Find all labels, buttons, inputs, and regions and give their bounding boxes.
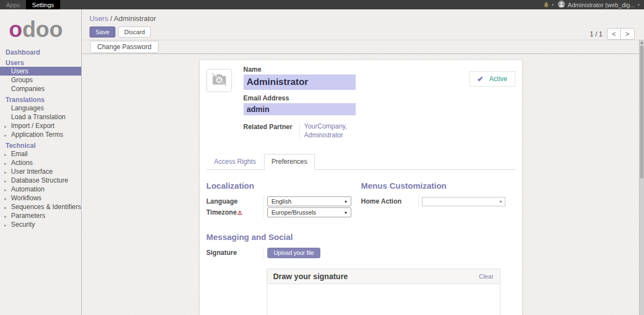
expand-arrow-icon: ▸ <box>4 186 7 194</box>
pager-previous-button[interactable]: < <box>607 28 621 40</box>
sidebar-item-companies[interactable]: Companies <box>0 84 81 93</box>
sidebar-item-user-interface[interactable]: ▸User Interface <box>0 167 81 176</box>
dropdown-arrow-icon: ▼ <box>344 211 348 215</box>
user-image-upload[interactable] <box>207 69 232 92</box>
bug-icon <box>543 1 550 9</box>
sidebar-item-security[interactable]: ▸Security <box>0 220 81 229</box>
checkmark-icon: ✔ <box>477 75 484 83</box>
sidebar-item-label: Import / Export <box>11 122 55 130</box>
expand-arrow-icon: ▸ <box>4 195 7 203</box>
signature-label: Signature <box>207 247 263 258</box>
language-value: English <box>272 198 292 205</box>
timezone-select[interactable]: Europe/Brussels ▼ <box>267 207 351 217</box>
dropdown-arrow-icon: ▼ <box>344 200 348 204</box>
breadcrumb-current: Administrator <box>114 14 156 23</box>
sidebar-item-load-a-translation[interactable]: Load a Translation <box>0 113 81 121</box>
sidebar-item-automation[interactable]: ▸Automation <box>0 185 81 194</box>
expand-arrow-icon: ▸ <box>4 213 7 221</box>
sidebar-item-label: Users <box>11 67 28 75</box>
vertical-scrollbar[interactable]: ▲ <box>639 40 644 315</box>
language-label: Language <box>207 197 263 205</box>
menus-customization-group: Menus Customization Home Action ▾ <box>361 181 515 218</box>
discard-button[interactable]: Discard <box>118 26 151 38</box>
sidebar-item-actions[interactable]: ▸Actions <box>0 158 81 167</box>
language-row: Language English ▼ <box>207 196 361 207</box>
sidebar-item-label: Email <box>11 150 28 158</box>
expand-arrow-icon: ▸ <box>4 204 7 212</box>
user-menu-label: Administrator (web_dig... <box>568 2 635 8</box>
save-button[interactable]: Save <box>89 26 115 38</box>
expand-arrow-icon: ▸ <box>4 178 7 185</box>
sidebar-item-label: Sequences & Identifiers <box>11 203 81 211</box>
sidebar-item-workflows[interactable]: ▸Workflows <box>0 194 81 202</box>
form-background: Name Email Address Related Partner YourC… <box>82 54 639 315</box>
sidebar-item-parameters[interactable]: ▸Parameters <box>0 211 81 220</box>
timezone-label: Timezone <box>207 209 237 216</box>
related-partner-link[interactable]: YourCompany, Administrator <box>299 122 355 140</box>
sidebar-header-technical[interactable]: Technical <box>0 142 81 150</box>
topbar-menu-apps[interactable]: Apps <box>0 0 26 9</box>
signature-canvas[interactable] <box>267 284 500 315</box>
signature-row: Signature Upload your file <box>207 247 515 258</box>
sidebar-item-groups[interactable]: Groups <box>0 76 81 84</box>
topbar-menu-settings[interactable]: Settings <box>26 0 60 9</box>
logo-letter: o <box>9 17 22 41</box>
tab-access-rights[interactable]: Access Rights <box>207 154 264 170</box>
active-checkbox[interactable]: ✔ Active <box>469 71 515 87</box>
pager-next-button[interactable]: > <box>621 28 635 40</box>
sidebar-header-users[interactable]: Users <box>0 60 81 67</box>
home-action-input[interactable]: ▾ <box>422 197 505 206</box>
sidebar-header-translations[interactable]: Translations <box>0 97 81 104</box>
odoo-logo[interactable]: odoo <box>0 9 81 47</box>
signature-pad-header: Draw your signature Clear <box>267 269 500 284</box>
preferences-groups: Localization Language English ▼ Timezone <box>207 181 515 218</box>
sidebar-item-users[interactable]: Users <box>0 67 81 76</box>
sidebar-item-label: Database Structure <box>11 177 68 184</box>
related-partner-label: Related Partner <box>244 122 299 140</box>
sidebar-item-languages[interactable]: Languages <box>0 104 81 113</box>
scroll-up-arrow-icon[interactable]: ▲ <box>640 40 644 45</box>
signature-clear-button[interactable]: Clear <box>479 273 493 280</box>
messaging-group: Messaging and Social Signature Upload yo… <box>207 232 515 315</box>
chevron-down-icon: ▾ <box>552 3 554 7</box>
tab-preferences[interactable]: Preferences <box>264 154 315 170</box>
name-input[interactable] <box>244 74 356 90</box>
sidebar-item-label: Automation <box>11 185 45 193</box>
debug-menu[interactable]: ▾ <box>543 1 554 9</box>
pager-value: 1 / 1 <box>590 30 603 38</box>
change-password-button[interactable]: Change Password <box>90 41 159 53</box>
expand-arrow-icon: ▸ <box>4 151 7 159</box>
sidebar-item-label: Parameters <box>11 212 45 220</box>
sidebar-item-application-terms[interactable]: ▸Application Terms <box>0 130 81 139</box>
language-select[interactable]: English ▼ <box>267 196 351 206</box>
active-label: Active <box>489 75 508 83</box>
upload-file-button[interactable]: Upload your file <box>267 248 321 258</box>
sidebar: odoo Dashboard Users Users Groups Compan… <box>0 9 82 315</box>
sidebar-item-email[interactable]: ▸Email <box>0 150 81 158</box>
sidebar-header-dashboard[interactable]: Dashboard <box>0 49 81 56</box>
user-menu[interactable]: Administrator (web_dig... ▾ <box>558 1 640 9</box>
sidebar-item-label: Groups <box>11 76 33 84</box>
timezone-row: Timezone ⚠ Europe/Brussels ▼ <box>207 207 361 218</box>
related-partner-row: Related Partner YourCompany, Administrat… <box>244 122 356 140</box>
email-label: Email Address <box>244 94 356 102</box>
sidebar-menu: Dashboard Users Users Groups Companies T… <box>0 47 81 229</box>
timezone-value: Europe/Brussels <box>272 209 316 216</box>
form-statusbar: Change Password <box>82 40 644 54</box>
form-top-block: Name Email Address Related Partner YourC… <box>207 66 515 140</box>
chevron-down-icon: ▾ <box>637 3 640 7</box>
sidebar-item-sequences-identifiers[interactable]: ▸Sequences & Identifiers <box>0 202 81 211</box>
sidebar-item-label: Languages <box>11 104 44 112</box>
topbar: Apps Settings ▾ <box>0 0 644 9</box>
sidebar-item-import-export[interactable]: ▸Import / Export <box>0 121 81 130</box>
timezone-warning-icon: ⚠ <box>237 210 242 216</box>
sidebar-item-database-structure[interactable]: ▸Database Structure <box>0 176 81 185</box>
menus-customization-title: Menus Customization <box>361 181 515 190</box>
breadcrumb-users-link[interactable]: Users <box>89 14 108 23</box>
name-label: Name <box>244 66 356 73</box>
localization-title: Localization <box>207 181 361 190</box>
button-row: Save Discard <box>89 26 644 38</box>
scrollbar-thumb[interactable] <box>640 46 643 178</box>
pager: 1 / 1 < > <box>590 28 635 40</box>
email-input[interactable] <box>244 103 356 115</box>
